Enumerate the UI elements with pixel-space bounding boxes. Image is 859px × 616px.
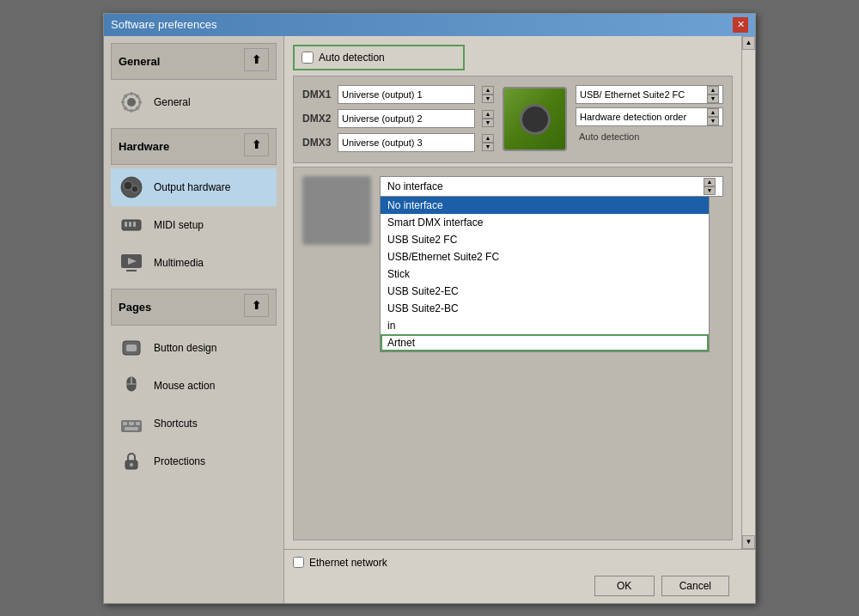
sidebar-label-button-design: Button design: [154, 342, 216, 354]
dmx2-select[interactable]: Universe (output) 2: [338, 109, 475, 128]
sidebar-item-shortcuts[interactable]: Shortcuts: [111, 405, 277, 442]
dmx3-label: DMX3: [302, 137, 332, 149]
section-header-hardware[interactable]: Hardware ⬆: [111, 128, 277, 165]
dropdown-up[interactable]: ▲: [704, 178, 716, 186]
dropdown-item-artnet[interactable]: Artnet: [381, 334, 709, 351]
auto-detection-label: Auto detection: [319, 52, 385, 64]
dmx3-select[interactable]: Universe (output) 3: [338, 133, 475, 152]
dmx2-label: DMX2: [302, 113, 332, 125]
scroll-up-btn[interactable]: ▲: [742, 36, 755, 50]
sidebar-item-button-design[interactable]: Button design: [111, 329, 277, 367]
close-button[interactable]: ✕: [733, 17, 748, 33]
bottom-bar: Ethernet network OK Cancel: [284, 549, 755, 603]
hw-detect-down[interactable]: ▼: [707, 117, 719, 125]
software-preferences-dialog: Software preferences ✕ General ⬆: [103, 13, 756, 604]
svg-point-23: [130, 463, 133, 467]
interface-spinner: ▲ ▼: [707, 86, 719, 103]
dropdown-item-usb-suite2-fc[interactable]: USB Suite2 FC: [381, 231, 709, 248]
ethernet-checkbox[interactable]: [293, 557, 304, 568]
section-header-pages[interactable]: Pages ⬆: [111, 289, 277, 326]
dialog-body: General ⬆ General: [104, 36, 755, 603]
dmx2-down[interactable]: ▼: [482, 119, 494, 127]
output-hardware-icon: [118, 174, 145, 201]
dmx3-spinner: ▲ ▼: [482, 134, 494, 151]
ethernet-label: Ethernet network: [309, 557, 387, 569]
svg-point-4: [131, 186, 138, 192]
dropdown-item-in[interactable]: in: [381, 317, 709, 334]
bottom-section: No interface ▲ ▼ No interface Smart DMX …: [293, 167, 733, 540]
svg-rect-18: [123, 422, 127, 425]
interface-down[interactable]: ▼: [707, 95, 719, 103]
section-label-general: General: [119, 55, 160, 68]
collapse-general[interactable]: ⬆: [244, 48, 269, 71]
section-header-general[interactable]: General ⬆: [111, 43, 277, 80]
dropdown-container: No interface ▲ ▼ No interface Smart DMX …: [380, 176, 723, 531]
sidebar-item-general[interactable]: General: [111, 83, 277, 121]
sidebar-label-mouse-action: Mouse action: [154, 380, 215, 392]
dmx1-spinner: ▲ ▼: [482, 86, 494, 103]
sidebar-item-mouse-action[interactable]: Mouse action: [111, 367, 277, 405]
svg-rect-11: [126, 270, 137, 271]
scroll-track: [742, 50, 755, 535]
dmx3-up[interactable]: ▲: [482, 134, 494, 143]
ok-button[interactable]: OK: [594, 576, 655, 596]
svg-rect-21: [125, 427, 138, 430]
svg-point-3: [124, 181, 132, 190]
dmx1-up[interactable]: ▲: [482, 86, 494, 95]
hw-detect-spinner: ▲ ▼: [707, 108, 719, 125]
button-design-icon: [118, 334, 145, 362]
right-controls: USB/ Ethernet Suite2 FC ▲ ▼ Hardware det…: [576, 85, 723, 154]
button-row: OK Cancel: [293, 576, 746, 596]
dmx2-up[interactable]: ▲: [482, 110, 494, 119]
right-panel: Auto detection DMX1 Universe (output) 1: [284, 36, 755, 603]
auto-detection-checkbox[interactable]: [302, 52, 314, 64]
dropdown-down[interactable]: ▼: [704, 186, 716, 195]
svg-rect-13: [126, 345, 137, 351]
dialog-title: Software preferences: [111, 18, 217, 31]
section-label-pages: Pages: [119, 301, 151, 314]
auto-detect-text: Auto detection: [576, 130, 723, 143]
dropdown-item-usb-suite2-bc[interactable]: USB Suite2-BC: [381, 300, 709, 317]
dropdown-list: No interface Smart DMX interface USB Sui…: [380, 197, 710, 352]
midi-icon: [118, 211, 145, 239]
dropdown-item-no-interface[interactable]: No interface: [381, 197, 709, 214]
section-pages: Pages ⬆ Button design: [111, 289, 277, 480]
dropdown-item-usb-eth-suite2-fc[interactable]: USB/Ethernet Suite2 FC: [381, 248, 709, 265]
ethernet-row: Ethernet network: [293, 557, 746, 569]
sidebar-item-output-hardware[interactable]: Output hardware: [111, 168, 277, 206]
sidebar-item-midi-setup[interactable]: MIDI setup: [111, 206, 277, 244]
auto-detection-row: Auto detection: [293, 45, 465, 70]
section-items-pages: Button design Mouse action: [111, 329, 277, 480]
interface-up[interactable]: ▲: [707, 86, 719, 95]
dmx1-down[interactable]: ▼: [482, 95, 494, 103]
dmx3-down[interactable]: ▼: [482, 143, 494, 151]
hw-detect-up[interactable]: ▲: [707, 108, 719, 117]
dropdown-item-smart-dmx[interactable]: Smart DMX interface: [381, 214, 709, 231]
hardware-device-image: [503, 87, 567, 151]
hardware-detection-btn[interactable]: Hardware detection order ▲ ▼: [576, 107, 723, 126]
dmx2-row: DMX2 Universe (output) 2 ▲ ▼: [302, 109, 494, 128]
svg-rect-19: [129, 422, 134, 425]
dmx-rows: DMX1 Universe (output) 1 ▲ ▼: [302, 85, 494, 154]
sidebar-item-multimedia[interactable]: Multimedia: [111, 244, 277, 282]
dmx3-row: DMX3 Universe (output) 3 ▲ ▼: [302, 133, 494, 152]
collapse-hardware[interactable]: ⬆: [244, 133, 269, 156]
sidebar-label-general: General: [154, 96, 191, 108]
section-hardware: Hardware ⬆ Output: [111, 128, 277, 282]
sidebar-item-protections[interactable]: Protections: [111, 442, 277, 480]
lock-icon: [118, 448, 145, 475]
section-items-hardware: Output hardware MIDI setup: [111, 168, 277, 282]
collapse-pages[interactable]: ⬆: [244, 294, 269, 317]
dropdown-header[interactable]: No interface ▲ ▼: [380, 176, 723, 197]
dropdown-item-usb-suite2-ec[interactable]: USB Suite2-EC: [381, 283, 709, 300]
dropdown-item-stick[interactable]: Stick: [381, 265, 709, 283]
sidebar-label-multimedia: Multimedia: [154, 257, 204, 269]
sidebar-label-protections: Protections: [154, 455, 205, 467]
device-blurred-image: [302, 176, 371, 245]
scroll-down-btn[interactable]: ▼: [742, 535, 755, 549]
cancel-button[interactable]: Cancel: [661, 576, 729, 596]
dmx1-select[interactable]: Universe (output) 1: [338, 85, 475, 104]
main-content: Auto detection DMX1 Universe (output) 1: [284, 36, 741, 549]
svg-point-0: [127, 98, 136, 107]
interface-select[interactable]: USB/ Ethernet Suite2 FC ▲ ▼: [576, 85, 723, 104]
